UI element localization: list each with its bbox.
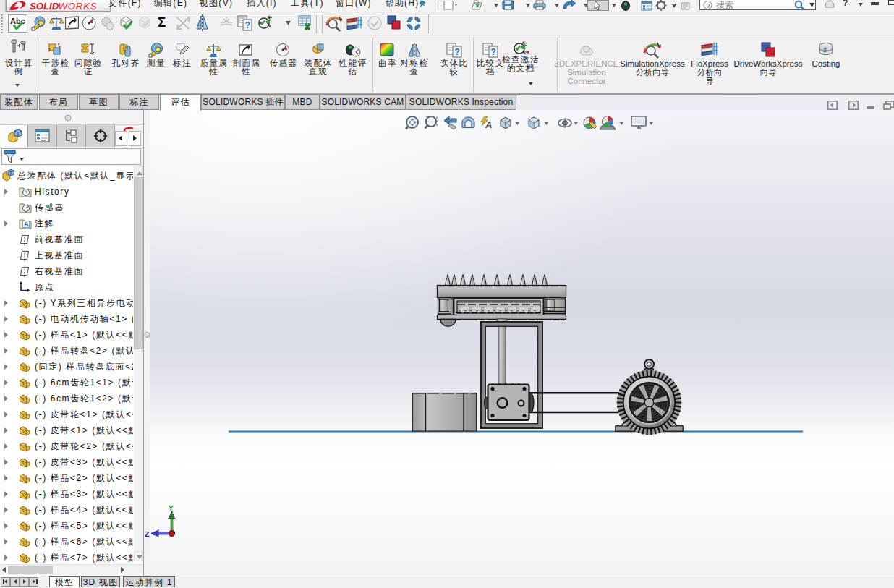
svg-text:A: A <box>24 221 29 228</box>
svg-text:SOLID: SOLID <box>30 1 59 12</box>
svg-text:?: ? <box>455 47 460 57</box>
svg-text:A: A <box>485 119 492 130</box>
svg-text:?: ? <box>491 47 496 57</box>
svg-text:Z: Z <box>145 530 150 539</box>
svg-text:$: $ <box>822 46 827 54</box>
svg-text:Abc: Abc <box>10 17 25 25</box>
svg-text:...: ... <box>688 4 693 10</box>
svg-text:*: * <box>268 24 271 31</box>
svg-text:Y: Y <box>169 504 174 513</box>
svg-text:?: ? <box>707 2 711 9</box>
svg-text:WORKS: WORKS <box>59 1 98 12</box>
svg-text:?: ? <box>245 20 250 30</box>
